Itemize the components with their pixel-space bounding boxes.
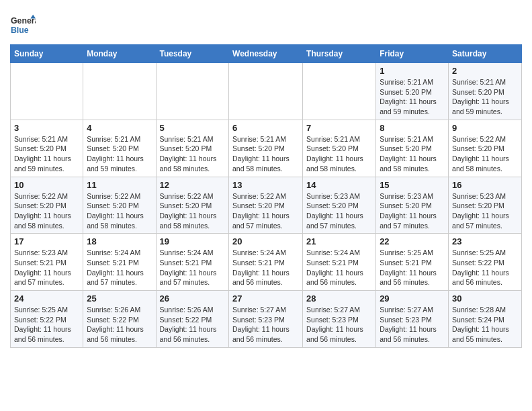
header-day-saturday: Saturday [449, 45, 522, 63]
calendar-day-17: 17Sunrise: 5:23 AM Sunset: 5:21 PM Dayli… [11, 234, 83, 291]
day-detail: Sunrise: 5:21 AM Sunset: 5:20 PM Dayligh… [14, 134, 79, 174]
day-number: 16 [452, 180, 518, 190]
day-detail: Sunrise: 5:21 AM Sunset: 5:20 PM Dayligh… [380, 77, 445, 117]
day-detail: Sunrise: 5:23 AM Sunset: 5:20 PM Dayligh… [380, 191, 445, 231]
calendar-header-row: SundayMondayTuesdayWednesdayThursdayFrid… [11, 45, 522, 63]
calendar-day-30: 30Sunrise: 5:28 AM Sunset: 5:24 PM Dayli… [449, 291, 522, 348]
calendar-day-3: 3Sunrise: 5:21 AM Sunset: 5:20 PM Daylig… [11, 120, 83, 177]
calendar-day-27: 27Sunrise: 5:27 AM Sunset: 5:23 PM Dayli… [229, 291, 303, 348]
day-number: 18 [87, 236, 152, 246]
calendar-table: SundayMondayTuesdayWednesdayThursdayFrid… [10, 44, 522, 348]
header-day-thursday: Thursday [303, 45, 376, 63]
day-detail: Sunrise: 5:25 AM Sunset: 5:22 PM Dayligh… [452, 248, 518, 287]
calendar-day-11: 11Sunrise: 5:22 AM Sunset: 5:20 PM Dayli… [83, 177, 156, 234]
header-day-tuesday: Tuesday [156, 45, 229, 63]
day-detail: Sunrise: 5:27 AM Sunset: 5:23 PM Dayligh… [306, 305, 372, 345]
day-detail: Sunrise: 5:25 AM Sunset: 5:21 PM Dayligh… [380, 248, 445, 287]
calendar-day-12: 12Sunrise: 5:22 AM Sunset: 5:20 PM Dayli… [156, 177, 229, 234]
calendar-day-22: 22Sunrise: 5:25 AM Sunset: 5:21 PM Dayli… [376, 234, 449, 291]
calendar-day-19: 19Sunrise: 5:24 AM Sunset: 5:21 PM Dayli… [156, 234, 229, 291]
calendar-day-4: 4Sunrise: 5:21 AM Sunset: 5:20 PM Daylig… [83, 120, 156, 177]
calendar-day-5: 5Sunrise: 5:21 AM Sunset: 5:20 PM Daylig… [156, 120, 229, 177]
day-detail: Sunrise: 5:27 AM Sunset: 5:23 PM Dayligh… [380, 305, 445, 345]
header-day-sunday: Sunday [11, 45, 83, 63]
day-detail: Sunrise: 5:24 AM Sunset: 5:21 PM Dayligh… [160, 248, 226, 287]
day-number: 1 [380, 66, 445, 76]
calendar-day-25: 25Sunrise: 5:26 AM Sunset: 5:22 PM Dayli… [83, 291, 156, 348]
calendar-week-row: 24Sunrise: 5:25 AM Sunset: 5:22 PM Dayli… [11, 291, 522, 348]
day-detail: Sunrise: 5:21 AM Sunset: 5:20 PM Dayligh… [160, 134, 226, 174]
day-detail: Sunrise: 5:21 AM Sunset: 5:20 PM Dayligh… [87, 134, 152, 174]
day-number: 8 [380, 123, 445, 133]
calendar-day-16: 16Sunrise: 5:23 AM Sunset: 5:20 PM Dayli… [449, 177, 522, 234]
header-day-wednesday: Wednesday [229, 45, 303, 63]
calendar-day-8: 8Sunrise: 5:21 AM Sunset: 5:20 PM Daylig… [376, 120, 449, 177]
day-detail: Sunrise: 5:22 AM Sunset: 5:20 PM Dayligh… [14, 191, 79, 231]
calendar-empty-cell [156, 63, 229, 120]
calendar-day-6: 6Sunrise: 5:21 AM Sunset: 5:20 PM Daylig… [229, 120, 303, 177]
day-number: 4 [87, 123, 152, 133]
day-detail: Sunrise: 5:27 AM Sunset: 5:23 PM Dayligh… [232, 305, 299, 345]
logo: General Blue [10, 12, 38, 38]
day-number: 2 [452, 66, 518, 76]
day-number: 20 [232, 236, 299, 246]
day-number: 22 [380, 236, 445, 246]
day-detail: Sunrise: 5:22 AM Sunset: 5:20 PM Dayligh… [232, 191, 299, 231]
day-detail: Sunrise: 5:23 AM Sunset: 5:20 PM Dayligh… [306, 191, 372, 231]
day-number: 24 [14, 293, 79, 304]
calendar-day-23: 23Sunrise: 5:25 AM Sunset: 5:22 PM Dayli… [449, 234, 522, 291]
day-number: 12 [160, 180, 226, 190]
calendar-day-2: 2Sunrise: 5:21 AM Sunset: 5:20 PM Daylig… [449, 63, 522, 120]
calendar-day-9: 9Sunrise: 5:22 AM Sunset: 5:20 PM Daylig… [449, 120, 522, 177]
day-number: 13 [232, 180, 299, 190]
calendar-week-row: 1Sunrise: 5:21 AM Sunset: 5:20 PM Daylig… [11, 63, 522, 120]
calendar-week-row: 3Sunrise: 5:21 AM Sunset: 5:20 PM Daylig… [11, 120, 522, 177]
calendar-day-18: 18Sunrise: 5:24 AM Sunset: 5:21 PM Dayli… [83, 234, 156, 291]
calendar-week-row: 10Sunrise: 5:22 AM Sunset: 5:20 PM Dayli… [11, 177, 522, 234]
calendar-day-26: 26Sunrise: 5:26 AM Sunset: 5:22 PM Dayli… [156, 291, 229, 348]
day-number: 21 [306, 236, 372, 246]
day-number: 29 [380, 293, 445, 304]
day-detail: Sunrise: 5:21 AM Sunset: 5:20 PM Dayligh… [306, 134, 372, 174]
day-detail: Sunrise: 5:26 AM Sunset: 5:22 PM Dayligh… [87, 305, 152, 345]
calendar-empty-cell [303, 63, 376, 120]
header-day-friday: Friday [376, 45, 449, 63]
day-number: 17 [14, 236, 79, 246]
day-detail: Sunrise: 5:22 AM Sunset: 5:20 PM Dayligh… [87, 191, 152, 231]
day-number: 10 [14, 180, 79, 190]
calendar-day-7: 7Sunrise: 5:21 AM Sunset: 5:20 PM Daylig… [303, 120, 376, 177]
calendar-day-15: 15Sunrise: 5:23 AM Sunset: 5:20 PM Dayli… [376, 177, 449, 234]
day-number: 19 [160, 236, 226, 246]
day-number: 5 [160, 123, 226, 133]
day-detail: Sunrise: 5:22 AM Sunset: 5:20 PM Dayligh… [452, 134, 518, 174]
calendar-day-28: 28Sunrise: 5:27 AM Sunset: 5:23 PM Dayli… [303, 291, 376, 348]
day-detail: Sunrise: 5:26 AM Sunset: 5:22 PM Dayligh… [160, 305, 226, 345]
calendar-day-21: 21Sunrise: 5:24 AM Sunset: 5:21 PM Dayli… [303, 234, 376, 291]
calendar-day-13: 13Sunrise: 5:22 AM Sunset: 5:20 PM Dayli… [229, 177, 303, 234]
day-number: 15 [380, 180, 445, 190]
day-detail: Sunrise: 5:28 AM Sunset: 5:24 PM Dayligh… [452, 305, 518, 345]
day-detail: Sunrise: 5:24 AM Sunset: 5:21 PM Dayligh… [87, 248, 152, 287]
day-detail: Sunrise: 5:24 AM Sunset: 5:21 PM Dayligh… [306, 248, 372, 287]
day-detail: Sunrise: 5:22 AM Sunset: 5:20 PM Dayligh… [160, 191, 226, 231]
page: General Blue SundayMondayTuesdayWednesda… [0, 0, 532, 358]
calendar-day-20: 20Sunrise: 5:24 AM Sunset: 5:21 PM Dayli… [229, 234, 303, 291]
day-detail: Sunrise: 5:23 AM Sunset: 5:21 PM Dayligh… [14, 248, 79, 287]
day-detail: Sunrise: 5:21 AM Sunset: 5:20 PM Dayligh… [232, 134, 299, 174]
day-number: 28 [306, 293, 372, 304]
day-detail: Sunrise: 5:25 AM Sunset: 5:22 PM Dayligh… [14, 305, 79, 345]
day-number: 26 [160, 293, 226, 304]
svg-text:Blue: Blue [11, 26, 29, 35]
day-number: 27 [232, 293, 299, 304]
day-number: 14 [306, 180, 372, 190]
calendar-week-row: 17Sunrise: 5:23 AM Sunset: 5:21 PM Dayli… [11, 234, 522, 291]
day-detail: Sunrise: 5:24 AM Sunset: 5:21 PM Dayligh… [232, 248, 299, 287]
day-number: 3 [14, 123, 79, 133]
calendar-day-24: 24Sunrise: 5:25 AM Sunset: 5:22 PM Dayli… [11, 291, 83, 348]
day-number: 7 [306, 123, 372, 133]
day-number: 11 [87, 180, 152, 190]
calendar-day-1: 1Sunrise: 5:21 AM Sunset: 5:20 PM Daylig… [376, 63, 449, 120]
day-detail: Sunrise: 5:23 AM Sunset: 5:20 PM Dayligh… [452, 191, 518, 231]
calendar-empty-cell [229, 63, 303, 120]
header-day-monday: Monday [83, 45, 156, 63]
